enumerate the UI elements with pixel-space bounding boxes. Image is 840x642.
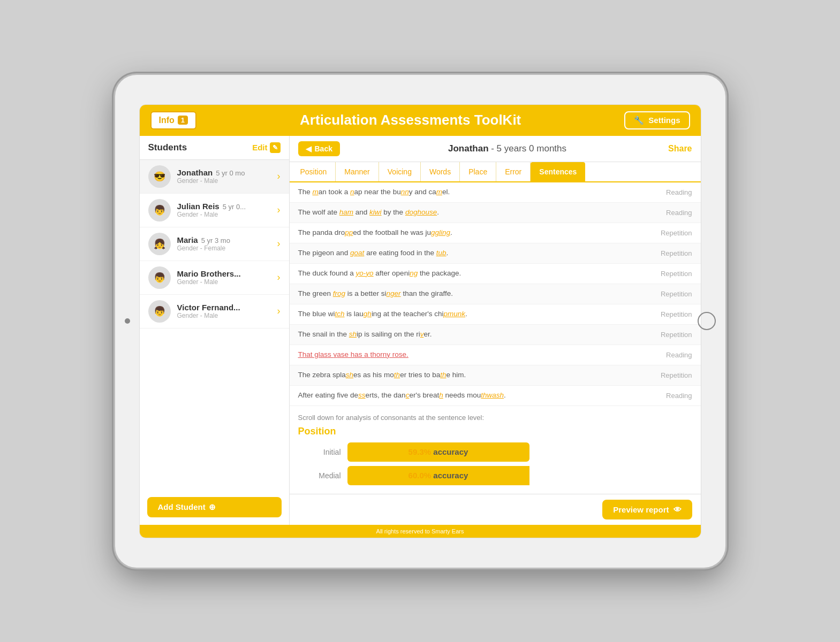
sentence-row[interactable]: That glass vase has a thorny rose.Readin…: [290, 345, 701, 365]
info-label: Info: [159, 116, 175, 125]
sentence-text: That glass vase has a thorny rose.: [298, 350, 649, 360]
student-gender: Gender - Male: [177, 177, 277, 185]
sentence-row[interactable]: The snail in the ship is sailing on the …: [290, 325, 701, 345]
sidebar: Students Edit ✎ 😎 Jonathan5 yr 0 mo Gend…: [140, 136, 290, 525]
footer-text: All rights reserved to Smarty Ears: [376, 528, 464, 534]
student-avatar: 👦: [148, 266, 171, 289]
medial-accuracy-bar: 60.0% accuracy: [347, 466, 529, 485]
preview-report-button[interactable]: Preview report 👁: [602, 500, 692, 519]
student-item[interactable]: 😎 Jonathan5 yr 0 mo Gender - Male ›: [140, 160, 289, 194]
settings-button[interactable]: 🔧 Settings: [624, 111, 690, 129]
app-header: Info 1 Articulation Assessments ToolKit …: [140, 105, 701, 136]
info-button[interactable]: Info 1: [150, 111, 197, 129]
student-info-display: Jonathan - 5 years 0 months: [346, 143, 668, 154]
sentence-row[interactable]: The wolf ate ham and kiwi by the doghous…: [290, 203, 701, 223]
tab-bar: PositionMannerVoicingWordsPlaceErrorSent…: [290, 162, 701, 182]
wrench-icon: 🔧: [634, 116, 644, 125]
sentence-row[interactable]: The pigeon and goat are eating food in t…: [290, 243, 701, 264]
sentence-type: Repetition: [649, 331, 692, 339]
back-button[interactable]: ◀ Back: [298, 141, 340, 156]
tab-words[interactable]: Words: [421, 162, 460, 181]
sentence-text: The panda dropped the football he was ju…: [298, 228, 649, 238]
student-gender: Gender - Male: [177, 278, 277, 286]
sentence-type: Reading: [649, 351, 692, 359]
initial-accuracy-bar: 59.3% accuracy: [347, 442, 529, 462]
sentence-type: Reading: [649, 188, 692, 196]
app-container: Info 1 Articulation Assessments ToolKit …: [139, 104, 701, 538]
add-student-label: Add Student: [158, 502, 206, 511]
tab-manner[interactable]: Manner: [336, 162, 379, 181]
student-name: Maria5 yr 3 mo: [177, 235, 277, 244]
sentence-row[interactable]: The duck found a yo-yo after opening the…: [290, 264, 701, 284]
sentence-type: Repetition: [649, 371, 692, 379]
chevron-right-icon: ›: [277, 305, 281, 317]
student-item[interactable]: 👦 Julian Reis5 yr 0... Gender - Male ›: [140, 194, 289, 227]
chevron-right-icon: ›: [277, 171, 281, 182]
add-icon: ⊕: [209, 502, 216, 512]
student-name-display: Jonathan - 5 years 0 months: [448, 143, 566, 154]
content-area: ◀ Back Jonathan - 5 years 0 months Share…: [290, 136, 701, 525]
content-header: ◀ Back Jonathan - 5 years 0 months Share: [290, 136, 701, 162]
student-info: Mario Brothers... Gender - Male: [177, 269, 277, 286]
tab-sentences[interactable]: Sentences: [531, 162, 585, 181]
student-name: Victor Fernand...: [177, 303, 277, 312]
medial-accuracy-value: 60.0% accuracy: [408, 471, 468, 480]
student-info: Victor Fernand... Gender - Male: [177, 303, 277, 319]
sentence-text: The man took a nap near the bunny and ca…: [298, 187, 649, 197]
chevron-right-icon: ›: [277, 238, 281, 249]
eye-icon: 👁: [673, 505, 682, 514]
chevron-right-icon: ›: [277, 204, 281, 216]
add-student-button[interactable]: Add Student ⊕: [147, 497, 282, 517]
tab-error[interactable]: Error: [496, 162, 531, 181]
student-name: Mario Brothers...: [177, 269, 277, 278]
student-item[interactable]: 👦 Victor Fernand... Gender - Male ›: [140, 295, 289, 328]
back-arrow-icon: ◀: [306, 144, 312, 153]
sentence-row[interactable]: The blue witch is laughing at the teache…: [290, 304, 701, 325]
sentence-text: The wolf ate ham and kiwi by the doghous…: [298, 208, 649, 218]
back-label: Back: [315, 144, 332, 153]
share-button[interactable]: Share: [668, 144, 692, 154]
sentence-row[interactable]: The green frog is a better singer than t…: [290, 284, 701, 304]
sentence-text: The pigeon and goat are eating food in t…: [298, 248, 649, 258]
student-avatar: 😎: [148, 165, 171, 188]
analysis-section: Scroll down for analysis of consonants a…: [290, 406, 701, 494]
sentence-text: After eating five desserts, the dancer's…: [298, 391, 649, 401]
scroll-hint: Scroll down for analysis of consonants a…: [298, 414, 692, 422]
ipad-frame: Info 1 Articulation Assessments ToolKit …: [115, 75, 725, 568]
sentence-row[interactable]: After eating five desserts, the dancer's…: [290, 386, 701, 406]
chevron-right-icon: ›: [277, 272, 281, 283]
sentence-type: Reading: [649, 209, 692, 217]
sentence-text: The duck found a yo-yo after opening the…: [298, 269, 649, 279]
sentence-row[interactable]: The zebra splashes as his mother tries t…: [290, 365, 701, 386]
sentence-row[interactable]: The man took a nap near the bunny and ca…: [290, 182, 701, 203]
student-gender: Gender - Female: [177, 244, 277, 252]
student-avatar: 👧: [148, 233, 171, 255]
sentence-table[interactable]: The man took a nap near the bunny and ca…: [290, 182, 701, 494]
tab-place[interactable]: Place: [460, 162, 496, 181]
footer: All rights reserved to Smarty Ears: [140, 525, 701, 538]
student-name: Jonathan5 yr 0 mo: [177, 168, 277, 177]
edit-icon: ✎: [270, 142, 281, 153]
sentence-type: Repetition: [649, 310, 692, 318]
edit-label: Edit: [252, 143, 267, 152]
student-info: Julian Reis5 yr 0... Gender - Male: [177, 202, 277, 218]
sentence-text: The snail in the ship is sailing on the …: [298, 330, 649, 340]
tab-position[interactable]: Position: [292, 162, 336, 181]
student-avatar: 👦: [148, 300, 171, 323]
sentence-text: The green frog is a better singer than t…: [298, 289, 649, 299]
position-title: Position: [298, 426, 692, 437]
edit-button[interactable]: Edit ✎: [252, 142, 280, 153]
sentence-text: The zebra splashes as his mother tries t…: [298, 370, 649, 380]
tab-voicing[interactable]: Voicing: [379, 162, 421, 181]
student-item[interactable]: 👧 Maria5 yr 3 mo Gender - Female ›: [140, 227, 289, 261]
sentence-type: Repetition: [649, 249, 692, 257]
sentence-type: Repetition: [649, 270, 692, 278]
student-item[interactable]: 👦 Mario Brothers... Gender - Male ›: [140, 261, 289, 295]
initial-accuracy-row: Initial 59.3% accuracy: [298, 442, 692, 462]
app-title: Articulation Assessments ToolKit: [196, 112, 624, 128]
student-gender: Gender - Male: [177, 312, 277, 319]
sentence-row[interactable]: The panda dropped the football he was ju…: [290, 223, 701, 243]
preview-report-label: Preview report: [613, 505, 669, 514]
student-info: Maria5 yr 3 mo Gender - Female: [177, 235, 277, 252]
medial-label: Medial: [298, 471, 341, 480]
